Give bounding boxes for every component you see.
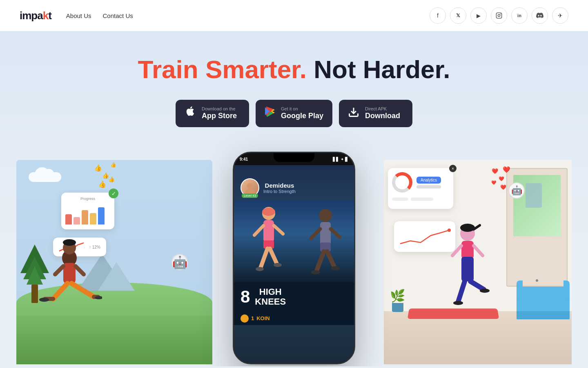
checkmark-icon: ✓ — [109, 188, 118, 198]
chart-card-left: Progress ✓ — [61, 193, 114, 229]
telegram-icon[interactable]: ✈ — [552, 7, 568, 24]
phone-area: 👍 👍 👍 👍 👍 Progress ✓ — [0, 148, 588, 364]
nav-left: impakt About Us Contact Us — [20, 9, 133, 22]
svg-point-45 — [453, 301, 463, 305]
exercise-count: 8 — [241, 288, 250, 305]
svg-point-19 — [262, 208, 275, 216]
appstore-text: Download on the App Store — [202, 106, 237, 121]
exercise-info: 8 HIGHKNEES — [234, 282, 354, 312]
profile-name: Demideus — [263, 182, 296, 189]
svg-line-10 — [53, 283, 67, 299]
discord-icon[interactable] — [532, 7, 548, 24]
logo[interactable]: impakt — [20, 9, 51, 22]
exercise-name: HIGHKNEES — [255, 287, 286, 307]
svg-rect-43 — [461, 257, 474, 281]
svg-point-25 — [256, 267, 264, 271]
hero-title: Train Smarter. Not Harder. — [0, 56, 588, 83]
svg-line-32 — [316, 251, 324, 271]
level-badge: Level 43 — [242, 193, 258, 198]
right-illustration: 🌿 Analytics — [384, 160, 572, 364]
svg-line-24 — [270, 249, 277, 264]
svg-point-34 — [311, 270, 320, 274]
logo-highlight: k — [43, 9, 48, 22]
svg-line-37 — [331, 229, 340, 237]
hero-section: Train Smarter. Not Harder. Download on t… — [0, 31, 588, 366]
svg-line-28 — [274, 226, 283, 234]
status-time: 9:41 — [240, 157, 248, 162]
download-buttons: Download on the App Store Get it on Goog… — [0, 100, 588, 127]
runner-female-svg — [246, 204, 291, 282]
svg-line-46 — [470, 281, 484, 289]
status-icons: ▋▋ ✦ ▊ — [333, 157, 348, 162]
linkedin-icon[interactable]: in — [511, 7, 528, 24]
profile-subtitle: Intro to Strength — [263, 189, 296, 194]
svg-rect-21 — [263, 227, 274, 239]
svg-point-16 — [247, 183, 253, 189]
koin-bar: 1 KOIN — [234, 312, 354, 325]
svg-point-1 — [498, 14, 500, 16]
svg-line-12 — [71, 283, 94, 297]
phone-profile: Level 43 Demideus Intro to Strength — [234, 165, 354, 200]
googleplay-sub: Get it on — [281, 106, 323, 112]
svg-line-33 — [327, 251, 334, 267]
navbar: impakt About Us Contact Us f 𝕏 ▶ in ✈ — [0, 0, 588, 31]
apk-text: Direct APK Download — [365, 106, 400, 121]
apple-icon — [185, 105, 196, 121]
phone-screen: 9:41 ▋▋ ✦ ▊ Level 43 — [234, 153, 354, 363]
runner-male-svg — [305, 206, 346, 282]
svg-rect-0 — [496, 13, 501, 18]
svg-rect-42 — [461, 241, 474, 259]
left-illustration: 👍 👍 👍 👍 👍 Progress ✓ — [16, 160, 212, 364]
profile-info: Demideus Intro to Strength — [263, 182, 296, 194]
apk-button[interactable]: Direct APK Download — [339, 100, 412, 127]
apk-sub: Direct APK — [365, 106, 400, 112]
person-right-svg — [441, 222, 494, 312]
robot-right: 🤖 — [508, 182, 525, 199]
svg-line-8 — [55, 266, 63, 274]
twitter-icon[interactable]: 𝕏 — [450, 7, 466, 24]
googleplay-icon — [265, 106, 275, 121]
youtube-icon[interactable]: ▶ — [470, 7, 487, 24]
svg-line-41 — [474, 225, 480, 229]
svg-point-35 — [331, 266, 340, 270]
svg-point-14 — [39, 298, 49, 302]
download-icon — [348, 106, 359, 121]
svg-point-6 — [63, 239, 76, 246]
person-left-svg — [37, 233, 102, 315]
hero-title-dark: Not Harder. — [307, 55, 450, 83]
svg-point-26 — [274, 263, 282, 267]
status-bar: 9:41 ▋▋ ✦ ▊ — [234, 153, 354, 165]
nav-about[interactable]: About Us — [66, 12, 91, 19]
koin-label: KOIN — [256, 315, 270, 321]
svg-line-27 — [254, 226, 263, 235]
svg-line-9 — [76, 266, 84, 274]
apk-main: Download — [365, 112, 400, 121]
appstore-main: App Store — [202, 112, 237, 121]
appstore-sub: Download on the — [202, 106, 237, 112]
appstore-button[interactable]: Download on the App Store — [176, 100, 249, 127]
svg-line-23 — [261, 249, 267, 268]
workout-image — [234, 200, 354, 282]
koin-count: 1 — [251, 315, 254, 321]
svg-point-40 — [460, 224, 475, 232]
svg-point-2 — [500, 14, 501, 14]
analytics-card: Analytics × — [388, 168, 453, 209]
googleplay-main: Google Play — [281, 112, 323, 121]
nav-socials: f 𝕏 ▶ in ✈ — [430, 7, 568, 24]
phone-mockup: 9:41 ▋▋ ✦ ▊ Level 43 — [233, 152, 355, 364]
svg-point-47 — [480, 289, 490, 293]
robot-left: 🤖 — [172, 254, 188, 270]
nav-links: About Us Contact Us — [66, 12, 133, 19]
nav-contact[interactable]: Contact Us — [103, 12, 133, 19]
svg-line-36 — [311, 229, 320, 238]
instagram-icon[interactable] — [491, 7, 507, 24]
svg-line-49 — [474, 246, 483, 256]
svg-line-44 — [458, 281, 465, 302]
googleplay-text: Get it on Google Play — [281, 106, 323, 121]
facebook-icon[interactable]: f — [430, 7, 446, 24]
svg-line-48 — [452, 246, 461, 256]
googleplay-button[interactable]: Get it on Google Play — [256, 100, 332, 127]
hero-title-colored: Train Smarter. — [138, 55, 307, 83]
svg-point-29 — [319, 209, 332, 222]
